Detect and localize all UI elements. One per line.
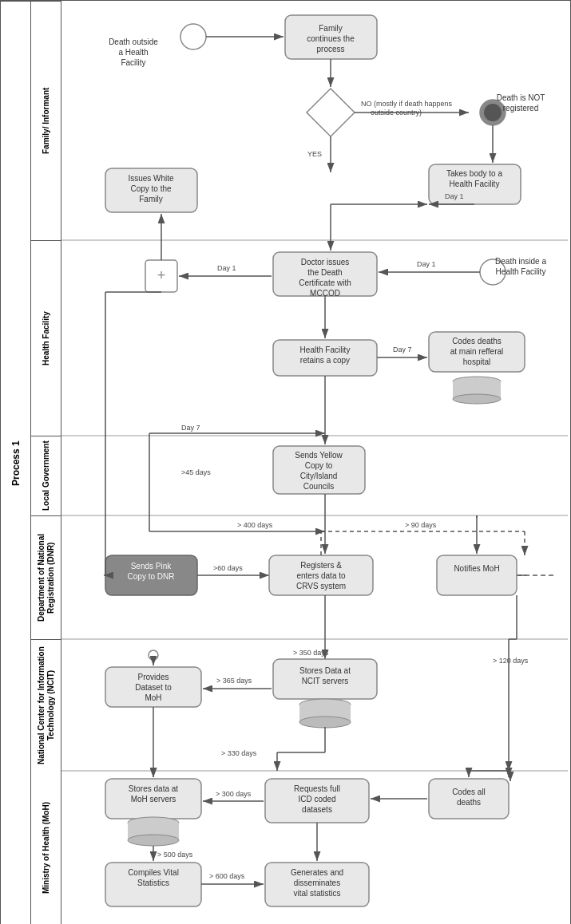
main-diagram: Family continues the process Death outsi… [61,1,568,924]
svg-text:Notifies MoH: Notifies MoH [454,564,499,573]
svg-text:Stores data at: Stores data at [129,784,178,793]
svg-text:Councils: Councils [303,482,334,491]
svg-text:CRVS system: CRVS system [296,582,346,590]
gt500-label: > 500 days [157,851,193,859]
svg-text:Health Facility: Health Facility [450,180,500,188]
svg-text:at main refferal: at main refferal [450,347,504,356]
svg-text:Sends Yellow: Sends Yellow [295,451,343,460]
svg-text:outside country): outside country) [371,109,422,116]
no-label: NO (mostly if death happens [361,100,453,108]
db-cylinder-bottom [453,394,501,404]
svg-text:Certificate with: Certificate with [299,278,351,287]
svg-text:NCIT servers: NCIT servers [302,677,349,685]
svg-text:Sends Pink: Sends Pink [131,562,172,571]
svg-text:the Death: the Death [307,268,342,277]
svg-text:Requests full: Requests full [294,784,340,793]
death-inside-text: Death inside a [495,257,546,266]
svg-text:Generates and: Generates and [291,868,343,877]
svg-text:Family: Family [139,195,162,203]
svg-text:Registers &: Registers & [300,561,342,570]
death-outside-text: Death outside [109,38,158,46]
lane-label-ncit: National Center for Information Technolo… [31,639,61,771]
svg-text:Provides: Provides [138,673,169,681]
gt120-label: > 120 days [493,657,529,665]
gt365-label: > 365 days [216,677,252,685]
svg-text:MoH: MoH [145,693,161,702]
svg-text:Issues White: Issues White [128,174,174,183]
svg-text:Health Facility: Health Facility [496,267,546,276]
lane-label-health: Health Facility [31,240,61,436]
svg-text:Statistics: Statistics [137,879,169,887]
day7-label-b: Day 7 [181,424,200,432]
svg-text:retains a copy: retains a copy [300,356,350,365]
gt300-label: > 300 days [216,790,252,798]
svg-text:deaths: deaths [457,798,481,807]
yes-label: YES [307,150,322,158]
svg-text:Dataset to: Dataset to [135,683,172,692]
diagram-wrapper: Process 1 Family/ Informant Health Facil… [0,0,571,924]
db-ncit-bottom [299,717,351,728]
gt400-label: > 400 days [237,521,273,529]
svg-text:City/Island: City/Island [300,472,338,480]
node-notifies-moh [437,555,517,595]
svg-text:Takes body to a: Takes body to a [446,169,502,178]
gt600-label: > 600 days [209,872,245,880]
svg-text:Codes all: Codes all [452,788,486,796]
svg-text:Compiles Vital: Compiles Vital [128,868,179,877]
day1-label-a: Day 1 [445,192,464,200]
day1-label-b: Day 1 [417,260,436,268]
svg-text:disseminates: disseminates [294,879,340,887]
gt350-label: > 350 days [293,649,329,657]
svg-text:Copy to: Copy to [305,461,333,470]
lane-label-dnr: Department of National Registration (DNR… [31,515,61,639]
not-registered-text: Death is NOT [497,93,545,102]
svg-text:vital statistics: vital statistics [294,889,341,898]
gt60-label: >60 days [213,564,243,572]
svg-text:+: + [157,267,166,283]
svg-text:continues the: continues the [307,34,355,43]
svg-text:Copy to DNR: Copy to DNR [128,572,175,581]
gt45-label: >45 days [181,468,211,476]
svg-text:datasets: datasets [302,805,332,814]
svg-text:Stores Data at: Stores Data at [299,666,351,675]
svg-text:ICD coded: ICD coded [298,795,335,804]
decision-diamond [307,89,355,136]
db-moh-bottom [128,835,179,846]
svg-text:registered: registered [503,104,538,113]
day7-label-a: Day 7 [393,346,412,353]
lane-label-local: Local Government [31,436,61,515]
svg-text:Copy to the: Copy to the [130,184,172,193]
svg-text:Codes deaths: Codes deaths [452,337,502,346]
content-area: Family continues the process Death outsi… [61,1,570,924]
start-event [180,24,206,49]
day1-label-c: Day 1 [217,264,236,272]
svg-text:Facility: Facility [121,58,145,67]
svg-text:Doctor issues: Doctor issues [301,258,350,267]
node-family-continues-text: Family [319,24,342,33]
gt330-label: > 330 days [221,749,257,757]
process-label-column: Process 1 [1,1,31,924]
svg-text:Health Facility: Health Facility [300,346,351,354]
svg-text:hospital: hospital [463,357,490,366]
svg-text:a Health: a Health [118,48,148,57]
svg-text:MoH servers: MoH servers [131,795,176,804]
svg-text:process: process [316,45,344,53]
process-label: Process 1 [1,1,30,924]
svg-text:enters data to: enters data to [296,571,346,580]
svg-point-12 [484,104,502,121]
swimlane-labels: Family/ Informant Health Facility Local … [31,1,61,924]
lane-label-moh: Ministry of Health (MoH) [31,771,61,924]
lane-label-family: Family/ Informant [31,1,61,240]
gt90-label: > 90 days [405,521,437,529]
